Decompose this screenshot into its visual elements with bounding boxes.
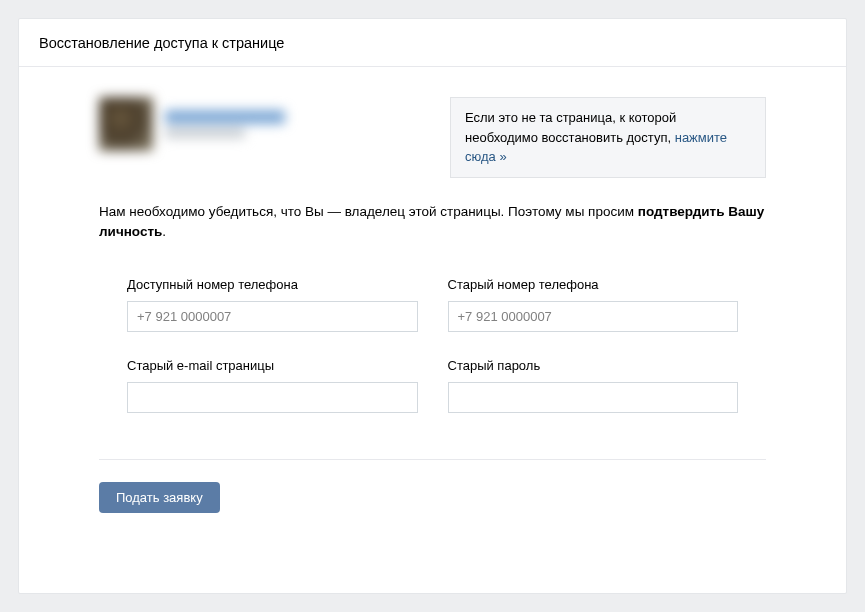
available-phone-label: Доступный номер телефона bbox=[127, 277, 418, 292]
available-phone-input[interactable] bbox=[127, 301, 418, 332]
profile-name-placeholder bbox=[165, 110, 285, 138]
form-col-right: Старый номер телефона Старый пароль bbox=[448, 277, 739, 439]
old-phone-input[interactable] bbox=[448, 301, 739, 332]
old-email-label: Старый e-mail страницы bbox=[127, 358, 418, 373]
available-phone-group: Доступный номер телефона bbox=[127, 277, 418, 332]
old-email-group: Старый e-mail страницы bbox=[127, 358, 418, 413]
panel-body: Если это не та страница, к которой необх… bbox=[19, 67, 846, 533]
divider bbox=[99, 459, 766, 460]
profile-row: Если это не та страница, к которой необх… bbox=[99, 97, 766, 178]
restore-access-panel: Восстановление доступа к странице Если э… bbox=[18, 18, 847, 594]
old-password-group: Старый пароль bbox=[448, 358, 739, 413]
form-grid: Доступный номер телефона Старый e-mail с… bbox=[99, 277, 766, 439]
old-password-input[interactable] bbox=[448, 382, 739, 413]
identity-description: Нам необходимо убедиться, что Вы — владе… bbox=[99, 202, 766, 244]
wrong-page-notice: Если это не та страница, к которой необх… bbox=[450, 97, 766, 178]
avatar bbox=[99, 97, 153, 151]
profile-preview bbox=[99, 97, 285, 151]
old-password-label: Старый пароль bbox=[448, 358, 739, 373]
notice-text: Если это не та страница, к которой необх… bbox=[465, 110, 676, 145]
form-col-left: Доступный номер телефона Старый e-mail с… bbox=[127, 277, 418, 439]
panel-header: Восстановление доступа к странице bbox=[19, 19, 846, 67]
page-title: Восстановление доступа к странице bbox=[39, 35, 826, 51]
submit-button[interactable]: Подать заявку bbox=[99, 482, 220, 513]
old-email-input[interactable] bbox=[127, 382, 418, 413]
old-phone-label: Старый номер телефона bbox=[448, 277, 739, 292]
old-phone-group: Старый номер телефона bbox=[448, 277, 739, 332]
